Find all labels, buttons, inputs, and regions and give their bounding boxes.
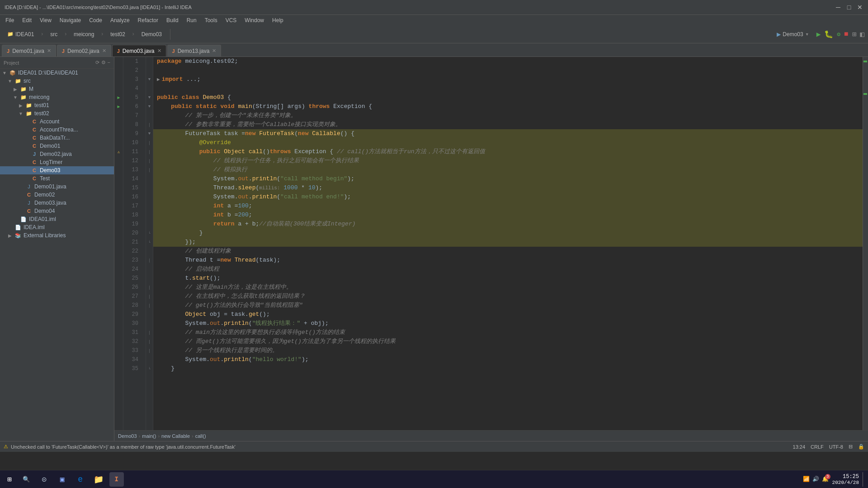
taskbar-taskview[interactable]: ▣ bbox=[55, 472, 70, 487]
tab-demo01-close[interactable]: ✕ bbox=[47, 48, 51, 54]
gutter-6[interactable]: ▶ bbox=[114, 102, 123, 111]
close-btn[interactable]: ✕ bbox=[856, 4, 863, 11]
tree-Demo03[interactable]: C Demo03 bbox=[0, 166, 114, 174]
status-position[interactable]: 13:24 bbox=[793, 444, 806, 450]
menu-navigate[interactable]: Navigate bbox=[56, 16, 85, 24]
tree-M[interactable]: ▶ 📁 M bbox=[0, 85, 114, 93]
menu-view[interactable]: View bbox=[36, 16, 55, 24]
idea01-btn[interactable]: 📁 IDEA01 bbox=[4, 28, 38, 41]
menu-code[interactable]: Code bbox=[85, 16, 106, 24]
tree-IDEAiml[interactable]: 📄 IDEA.iml bbox=[0, 223, 114, 231]
meicong-btn[interactable]: meicong bbox=[70, 28, 98, 41]
tree-AccountThread[interactable]: C AccountThrea... bbox=[0, 126, 114, 134]
stop-btn[interactable]: ■ bbox=[844, 30, 849, 38]
tree-src[interactable]: ▼ 📁 src bbox=[0, 77, 114, 85]
menu-edit[interactable]: Edit bbox=[19, 16, 35, 24]
fold-6[interactable]: ▼ bbox=[146, 102, 153, 111]
code-text: ) bbox=[302, 102, 305, 111]
taskbar-cortana[interactable]: ⊙ bbox=[37, 472, 52, 487]
menu-file[interactable]: File bbox=[2, 16, 18, 24]
tree-Demo01java2[interactable]: J Demo01.java bbox=[0, 183, 114, 191]
code-editor[interactable]: ▶ ▶ ⚠ bbox=[114, 57, 868, 441]
start-button[interactable]: ⊞ bbox=[4, 473, 15, 486]
tree-test02[interactable]: ▼ 📁 test02 bbox=[0, 109, 114, 117]
taskbar-show-desktop[interactable] bbox=[863, 472, 864, 487]
menu-vcs[interactable]: VCS bbox=[222, 16, 241, 24]
taskbar-search[interactable]: 🔍 bbox=[19, 472, 33, 487]
menu-refactor[interactable]: Refactor bbox=[134, 16, 162, 24]
maximize-btn[interactable]: □ bbox=[845, 4, 853, 11]
fold-3[interactable]: ▼ bbox=[146, 75, 153, 84]
sidebar-collapse-icon[interactable]: − bbox=[108, 60, 110, 66]
tree-Demo04[interactable]: C Demo04 bbox=[0, 207, 114, 215]
taskbar-network-icon[interactable]: 📶 bbox=[803, 476, 810, 483]
code-lines[interactable]: package meicong.test02; ▶ import ...; pu… bbox=[153, 57, 863, 430]
linenum-33: 33 bbox=[123, 346, 142, 355]
tree-Demo02[interactable]: C Demo02 bbox=[0, 191, 114, 199]
tab-demo03-close[interactable]: ✕ bbox=[157, 48, 161, 54]
menu-build[interactable]: Build bbox=[163, 16, 182, 24]
status-line-ending[interactable]: CRLF bbox=[811, 444, 824, 450]
fold-5[interactable]: ▼ bbox=[146, 93, 153, 102]
taskbar-browser[interactable]: e bbox=[73, 472, 88, 487]
tree-idea01[interactable]: ▼ 📦 IDEA01 D:\IDEA\IDEA01 bbox=[0, 69, 114, 77]
breadcrumb-main[interactable]: main() bbox=[142, 433, 156, 439]
menu-help[interactable]: Help bbox=[269, 16, 287, 24]
tree-test01[interactable]: ▶ 📁 test01 bbox=[0, 101, 114, 109]
sidebar-sync-icon[interactable]: ⟳ bbox=[95, 60, 99, 66]
tab-demo02[interactable]: J Demo02.java ✕ bbox=[57, 45, 111, 56]
toolbar-extra-btn1[interactable]: ⊞ bbox=[852, 30, 857, 39]
menu-tools[interactable]: Tools bbox=[201, 16, 221, 24]
breadcrumb-demo03[interactable]: Demo03 bbox=[118, 433, 137, 439]
tab-demo13-close[interactable]: ✕ bbox=[212, 48, 216, 54]
taskbar-idea[interactable]: I bbox=[109, 472, 124, 487]
sidebar-cog-icon[interactable]: ⚙ bbox=[101, 60, 106, 66]
menu-window[interactable]: Window bbox=[241, 16, 268, 24]
gutter-9 bbox=[114, 129, 123, 138]
tree-Demo01class[interactable]: C Demo01 bbox=[0, 142, 114, 150]
comment: // 第一步，创建一个"未来任务类"对象。 bbox=[185, 111, 297, 120]
tree-LogTimer[interactable]: C LogTimer bbox=[0, 158, 114, 166]
status-encoding[interactable]: UTF-8 bbox=[829, 444, 843, 450]
code-text: ( bbox=[255, 183, 259, 192]
tree-external-libs[interactable]: ▶ 📚 External Libraries bbox=[0, 231, 114, 239]
fold-17 bbox=[146, 202, 153, 211]
method: call bbox=[249, 147, 263, 156]
toolbar-extra-btn2[interactable]: ◧ bbox=[860, 30, 864, 39]
breadcrumb-call[interactable]: call() bbox=[195, 433, 206, 439]
demo03-nav-btn[interactable]: Demo03 bbox=[138, 28, 165, 41]
tab-demo13[interactable]: J Demo13.java ✕ bbox=[167, 45, 222, 56]
tree-IDEA01iml[interactable]: 📄 IDEA01.iml bbox=[0, 215, 114, 223]
taskbar-notification-icon[interactable]: 🔔 3 bbox=[822, 476, 829, 483]
number: 200 bbox=[238, 211, 248, 220]
fold-9[interactable]: ▼ bbox=[146, 129, 153, 138]
test02-btn[interactable]: test02 bbox=[107, 28, 129, 41]
fold-indicator[interactable]: ▶ bbox=[157, 75, 160, 84]
status-warning-text[interactable]: Unchecked call to 'FutureTask(Callable<V… bbox=[11, 444, 236, 450]
tree-Demo01java[interactable]: J Demo02.java bbox=[0, 150, 114, 158]
breadcrumb-callable[interactable]: new Callable bbox=[161, 433, 190, 439]
tab-demo02-close[interactable]: ✕ bbox=[102, 48, 106, 54]
tab-demo01[interactable]: J Demo01.java ✕ bbox=[2, 45, 56, 56]
tab-demo03[interactable]: J Demo03.java ✕ bbox=[112, 45, 166, 56]
code-line-3: ▶ import ...; bbox=[153, 75, 863, 84]
tree-meicong[interactable]: ▼ 📁 meicong bbox=[0, 93, 114, 101]
code-text: System. bbox=[213, 192, 238, 202]
menu-analyze[interactable]: Analyze bbox=[107, 16, 133, 24]
debug-btn[interactable]: 🐛 bbox=[824, 30, 833, 39]
taskbar-clock[interactable]: 15:25 2020/4/28 bbox=[832, 474, 859, 485]
menu-run[interactable]: Run bbox=[183, 16, 200, 24]
run-btn[interactable]: ▶ bbox=[816, 30, 821, 39]
tree-Test[interactable]: C Test bbox=[0, 174, 114, 183]
src-btn[interactable]: src bbox=[47, 28, 61, 41]
taskbar-explorer[interactable]: 📁 bbox=[91, 472, 106, 487]
minimize-btn[interactable]: ─ bbox=[835, 4, 842, 11]
tree-BakDataTr[interactable]: C BakDataTr... bbox=[0, 134, 114, 142]
coverage-btn[interactable]: ⚙ bbox=[837, 31, 840, 38]
taskbar-sound-icon[interactable]: 🔊 bbox=[812, 476, 819, 483]
tree-Demo03java[interactable]: J Demo03.java bbox=[0, 199, 114, 207]
run-config-btn[interactable]: ▶ Demo03 ▼ bbox=[773, 28, 812, 41]
gutter-5[interactable]: ▶ bbox=[114, 93, 123, 102]
code-line-6: public static void main(String[] args) t… bbox=[153, 102, 863, 111]
tree-Account[interactable]: C Account bbox=[0, 117, 114, 126]
